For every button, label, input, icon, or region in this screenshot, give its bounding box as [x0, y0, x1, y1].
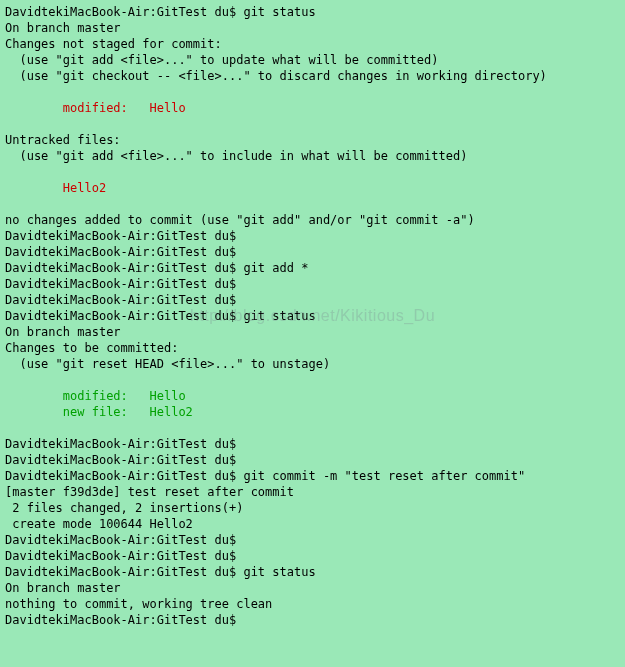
terminal-line: On branch master — [5, 324, 620, 340]
terminal-line: On branch master — [5, 20, 620, 36]
terminal-line: On branch master — [5, 580, 620, 596]
terminal-output: DavidtekiMacBook-Air:GitTest du$ git sta… — [5, 4, 620, 628]
terminal-line: new file: Hello2 — [5, 404, 620, 420]
terminal-line: 2 files changed, 2 insertions(+) — [5, 500, 620, 516]
terminal-line — [5, 116, 620, 132]
terminal-line: (use "git add <file>..." to include in w… — [5, 148, 620, 164]
terminal-line: DavidtekiMacBook-Air:GitTest du$ — [5, 532, 620, 548]
terminal-line — [5, 372, 620, 388]
terminal-line: (use "git checkout -- <file>..." to disc… — [5, 68, 620, 84]
terminal-line: DavidtekiMacBook-Air:GitTest du$ — [5, 244, 620, 260]
terminal-line: DavidtekiMacBook-Air:GitTest du$ git sta… — [5, 4, 620, 20]
terminal-line: create mode 100644 Hello2 — [5, 516, 620, 532]
terminal-line: modified: Hello — [5, 100, 620, 116]
terminal-line: DavidtekiMacBook-Air:GitTest du$ git sta… — [5, 564, 620, 580]
terminal-line — [5, 84, 620, 100]
terminal-line: DavidtekiMacBook-Air:GitTest du$ git com… — [5, 468, 620, 484]
terminal-line — [5, 196, 620, 212]
terminal-line: DavidtekiMacBook-Air:GitTest du$ git sta… — [5, 308, 620, 324]
terminal-line — [5, 164, 620, 180]
terminal-line: (use "git reset HEAD <file>..." to unsta… — [5, 356, 620, 372]
terminal-line: DavidtekiMacBook-Air:GitTest du$ — [5, 548, 620, 564]
terminal-line: [master f39d3de] test reset after commit — [5, 484, 620, 500]
terminal-line: DavidtekiMacBook-Air:GitTest du$ — [5, 292, 620, 308]
terminal-line: modified: Hello — [5, 388, 620, 404]
terminal-line: Untracked files: — [5, 132, 620, 148]
terminal-line: no changes added to commit (use "git add… — [5, 212, 620, 228]
terminal-line: DavidtekiMacBook-Air:GitTest du$ — [5, 612, 620, 628]
terminal-line: Changes not staged for commit: — [5, 36, 620, 52]
terminal-line: DavidtekiMacBook-Air:GitTest du$ git add… — [5, 260, 620, 276]
terminal-line: Hello2 — [5, 180, 620, 196]
terminal-line — [5, 420, 620, 436]
terminal-line: DavidtekiMacBook-Air:GitTest du$ — [5, 228, 620, 244]
terminal-line: Changes to be committed: — [5, 340, 620, 356]
terminal-line: DavidtekiMacBook-Air:GitTest du$ — [5, 452, 620, 468]
terminal-line: DavidtekiMacBook-Air:GitTest du$ — [5, 276, 620, 292]
terminal-line: DavidtekiMacBook-Air:GitTest du$ — [5, 436, 620, 452]
terminal-line: nothing to commit, working tree clean — [5, 596, 620, 612]
terminal-line: (use "git add <file>..." to update what … — [5, 52, 620, 68]
